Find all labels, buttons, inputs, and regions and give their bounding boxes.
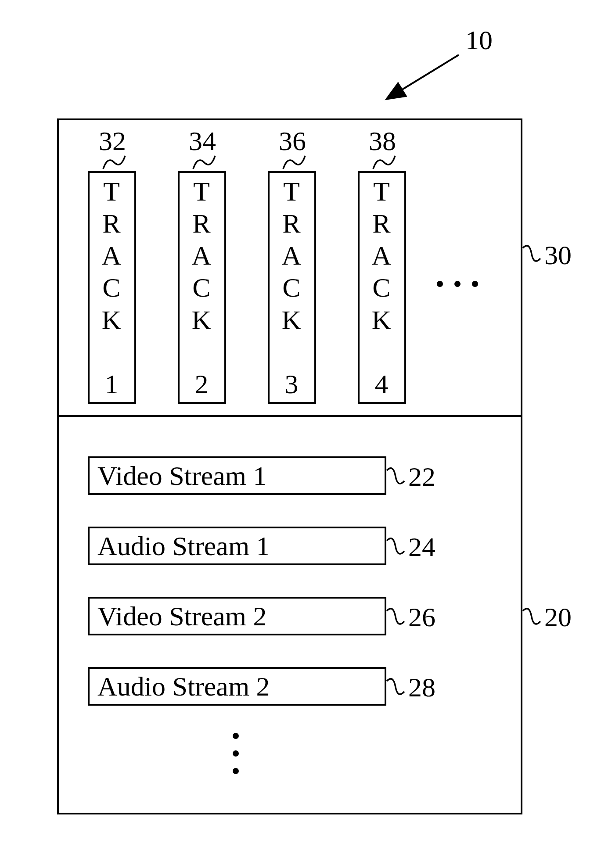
tilde-30 [521,244,543,265]
squiggle-36 [281,154,307,171]
stream-1-label: Video Stream 1 [97,462,266,489]
track-2-box: T R A C K 2 [178,171,226,404]
dot [472,281,478,287]
track-4-box: T R A C K 4 [358,171,406,404]
tilde-20 [521,606,543,628]
ref-22: 22 [408,463,435,490]
ref-30: 30 [544,241,572,269]
dot [233,768,239,774]
stream-3-label: Video Stream 2 [97,603,266,630]
ref-20: 20 [544,603,572,631]
tilde-22 [385,466,407,487]
track-4-label: T R A C K 4 [360,173,404,400]
ref-26: 26 [408,603,435,631]
dot [233,733,239,739]
stream-1-box: Video Stream 1 [88,456,386,495]
track-3-box: T R A C K 3 [268,171,316,404]
squiggle-32 [101,154,127,171]
arrow-10 [382,48,470,105]
tracks-ellipsis [437,281,478,287]
stream-4-label: Audio Stream 2 [97,673,270,700]
stream-3-box: Video Stream 2 [88,597,386,635]
ref-34: 34 [189,127,216,154]
streams-ellipsis [233,733,239,774]
ref-36: 36 [279,127,306,154]
track-1-box: T R A C K 1 [88,171,136,404]
track-2-label: T R A C K 2 [180,173,224,400]
dot [454,281,461,287]
stream-4-box: Audio Stream 2 [88,667,386,706]
stream-2-label: Audio Stream 1 [97,532,270,560]
squiggle-34 [191,154,217,171]
track-3-label: T R A C K 3 [270,173,314,400]
tilde-26 [385,606,407,628]
dot [437,281,443,287]
ref-38: 38 [369,127,396,154]
stream-2-box: Audio Stream 1 [88,527,386,565]
squiggle-38 [371,154,397,171]
diagram-canvas: 10 T R A C K 1 T R A C K 2 T R A C K 3 T… [0,0,601,868]
track-1-label: T R A C K 1 [90,173,134,400]
svg-line-0 [391,55,459,97]
ref-28: 28 [408,674,435,701]
tilde-28 [385,677,407,698]
dot [233,750,239,757]
ref-32: 32 [99,127,126,154]
tilde-24 [385,536,407,557]
ref-24: 24 [408,533,435,560]
